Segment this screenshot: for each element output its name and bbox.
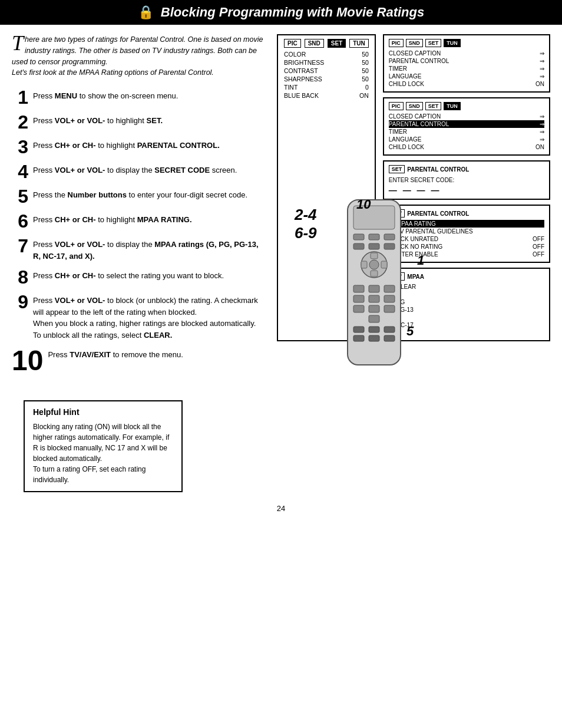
panel1-child-lock: CHILD LOCKON	[389, 80, 544, 88]
step-6: 6 Press CH+ or CH- to highlight MPAA RAT…	[12, 212, 265, 230]
svg-rect-25	[369, 327, 379, 332]
svg-rect-11	[371, 271, 378, 276]
callout-5: 5	[406, 324, 414, 339]
svg-rect-4	[384, 234, 395, 240]
intro-text: There are two types of ratings for Paren…	[12, 34, 265, 78]
svg-rect-10	[371, 253, 378, 259]
step-3: 3 Press CH+ or CH- to highlight PARENTAL…	[12, 137, 265, 156]
step-number-8: 8	[12, 268, 28, 286]
step-text-6: Press CH+ or CH- to highlight MPAA RATIN…	[33, 212, 192, 226]
helpful-hint-container: Helpful Hint Blocking any rating (ON) wi…	[0, 400, 562, 492]
remote-diagram: 2-46-9	[277, 194, 550, 383]
svg-rect-27	[353, 335, 364, 341]
step-text-10: Press TV/AV/EXIT to remove the menu.	[48, 347, 183, 361]
panel-2-tabs: PIC SND SET TUN	[389, 102, 544, 110]
svg-rect-28	[369, 335, 379, 341]
svg-rect-21	[369, 305, 379, 312]
step-text-8: Press CH+ or CH- to select the rating yo…	[33, 268, 224, 282]
step-number-5: 5	[12, 187, 28, 206]
step-7: 7 Press VOL+ or VOL- to display the MPAA…	[12, 236, 265, 262]
panel2-child-lock: CHILD LOCKON	[389, 143, 544, 151]
svg-rect-5	[353, 243, 364, 249]
screen1-row-sharpness: SHARPNESS50	[284, 75, 369, 83]
svg-rect-22	[384, 305, 395, 312]
panel2-set: SET	[425, 102, 442, 110]
step-text-3: Press CH+ or CH- to highlight PARENTAL C…	[33, 137, 220, 151]
panel1-parental-control: PARENTAL CONTROL⇒	[389, 57, 544, 65]
step-text-9: Press VOL+ or VOL- to block (or unblock)…	[33, 292, 265, 341]
svg-rect-29	[384, 335, 395, 341]
step-text-1: Press MENU to show the on-screen menu.	[33, 88, 178, 102]
svg-rect-14	[353, 285, 364, 292]
svg-rect-19	[384, 295, 395, 302]
helpful-hint-box: Helpful Hint Blocking any rating (ON) wi…	[24, 400, 183, 492]
callout-1: 1	[417, 253, 424, 268]
panel3-title: PARENTAL CONTROL	[407, 166, 469, 173]
svg-rect-15	[369, 285, 379, 292]
panel3-subtitle: ENTER SECRET CODE:	[389, 177, 544, 183]
screen1-row-color: COLOR50	[284, 50, 369, 58]
helpful-hint-title: Helpful Hint	[33, 407, 173, 417]
panel3-set-label: SET	[389, 165, 405, 173]
svg-point-9	[369, 260, 379, 269]
panel2-parental-control: PARENTAL CONTROL⇒	[389, 120, 544, 128]
page-number: 24	[0, 504, 562, 513]
panel2-timer: TIMER⇒	[389, 128, 544, 136]
page-title: Blocking Programming with Movie Ratings	[161, 5, 424, 20]
step-number-6: 6	[12, 212, 28, 230]
panel2-language: LANGUAGE⇒	[389, 136, 544, 143]
panel1-snd: SND	[406, 39, 423, 47]
svg-rect-3	[369, 234, 379, 240]
svg-rect-12	[361, 261, 367, 268]
main-content: There are two types of ratings for Paren…	[0, 34, 562, 383]
step-text-7: Press VOL+ or VOL- to display the MPAA r…	[33, 236, 265, 262]
step-number-4: 4	[12, 162, 28, 181]
right-column: PIC SND SET TUN COLOR50 BRIGHTNESS50 CON…	[277, 34, 550, 383]
svg-rect-20	[353, 305, 364, 312]
page-header: 🔒 Blocking Programming with Movie Rating…	[0, 0, 562, 25]
step-8: 8 Press CH+ or CH- to select the rating …	[12, 268, 265, 286]
tab-set-1: SET	[328, 39, 346, 48]
panel1-timer: TIMER⇒	[389, 65, 544, 73]
panel1-set: SET	[425, 39, 442, 47]
step-text-2: Press VOL+ or VOL- to highlight SET.	[33, 113, 163, 127]
svg-rect-23	[369, 315, 379, 322]
step-number-9: 9	[12, 292, 28, 311]
panel1-tun: TUN	[444, 39, 461, 47]
svg-rect-16	[384, 285, 395, 292]
step-number-7: 7	[12, 236, 28, 255]
svg-rect-17	[353, 295, 364, 302]
step-4: 4 Press VOL+ or VOL- to display the SECR…	[12, 162, 265, 181]
helpful-hint-text: Blocking any rating (ON) will block all …	[33, 421, 173, 485]
panel-1: PIC SND SET TUN CLOSED CAPTION⇒ PARENTAL…	[383, 34, 550, 93]
tab-pic-1: PIC	[284, 39, 301, 48]
panel-1-tabs: PIC SND SET TUN	[389, 39, 544, 47]
svg-rect-6	[369, 243, 379, 249]
panel1-language: LANGUAGE⇒	[389, 73, 544, 80]
drop-cap: T	[12, 34, 24, 52]
step-5: 5 Press the Number buttons to enter your…	[12, 187, 265, 206]
tab-snd-1: SND	[305, 39, 324, 48]
panel1-closed-caption: CLOSED CAPTION⇒	[389, 50, 544, 57]
screen1-row-blueback: BLUE BACKON	[284, 91, 369, 100]
svg-rect-18	[369, 295, 379, 302]
svg-rect-13	[381, 261, 387, 268]
step-text-4: Press VOL+ or VOL- to display the SECRET…	[33, 162, 237, 176]
left-column: There are two types of ratings for Paren…	[12, 34, 265, 383]
step-10: 10 Press TV/AV/EXIT to remove the menu.	[12, 347, 265, 375]
svg-rect-24	[353, 327, 364, 332]
step-number-10: 10	[12, 347, 43, 375]
panel2-pic: PIC	[389, 102, 404, 110]
step-number-1: 1	[12, 88, 28, 107]
steps-list: 1 Press MENU to show the on-screen menu.…	[12, 88, 265, 375]
svg-rect-2	[353, 234, 364, 240]
svg-rect-7	[384, 243, 395, 249]
panel2-snd: SND	[406, 102, 423, 110]
lock-icon: 🔒	[138, 6, 154, 19]
svg-rect-26	[384, 327, 395, 332]
tab-tun-1: TUN	[349, 39, 369, 48]
step-number-3: 3	[12, 137, 28, 156]
panel2-tun: TUN	[444, 102, 461, 110]
callout-2-4-6-9: 2-46-9	[295, 206, 317, 242]
remote-svg	[336, 194, 412, 371]
